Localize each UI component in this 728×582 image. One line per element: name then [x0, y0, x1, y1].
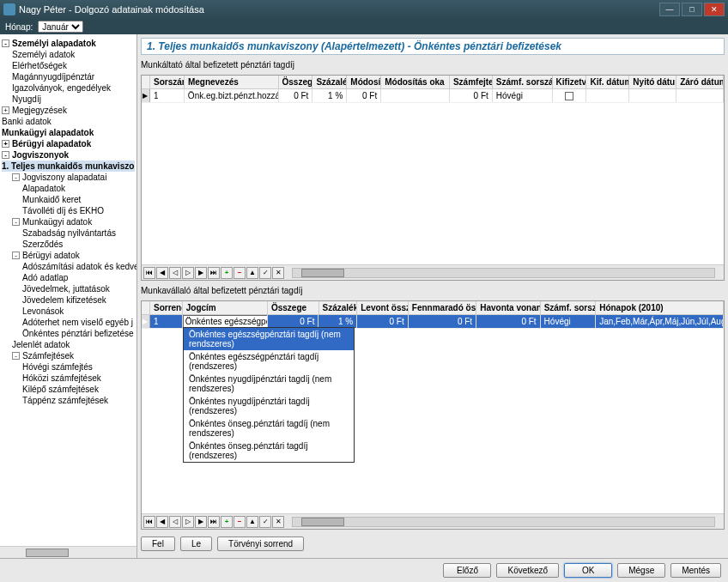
nav-button[interactable]: +: [221, 267, 233, 279]
col-header[interactable]: Jogcím: [183, 301, 268, 314]
cell-sorszam[interactable]: 1: [150, 89, 185, 102]
cell-honapok[interactable]: Jan,Feb,Már,Ápr,Máj,Jún,Júl,Aug,Szep,Okt…: [596, 315, 724, 328]
tree-item[interactable]: +Bérügyi alapadatok: [2, 138, 135, 149]
col-header[interactable]: Fennmaradó összeg: [409, 301, 476, 314]
tree-item[interactable]: Hóvégi számfejtés: [2, 361, 135, 373]
expand-icon[interactable]: +: [2, 140, 9, 148]
nav-button[interactable]: ◁: [169, 516, 181, 528]
cell-zaro[interactable]: [676, 89, 724, 102]
ok-button[interactable]: OK: [564, 563, 612, 578]
col-header[interactable]: Levont összeg: [357, 301, 409, 314]
cell-osszege[interactable]: 0 Ft: [268, 315, 319, 328]
tree-item[interactable]: Nyugdíj: [2, 94, 135, 105]
col-header[interactable]: Módosítás oka: [381, 76, 450, 88]
tree-item[interactable]: Adó adatlap: [2, 272, 135, 283]
cell-levont[interactable]: 0 Ft: [357, 315, 409, 328]
tree-item[interactable]: Munkaügyi alapadatok: [2, 127, 135, 138]
col-header[interactable]: Kifizetve: [553, 76, 587, 88]
dropdown-option[interactable]: Önkéntes egészségpénztári tagdíj (rendsz…: [184, 350, 354, 373]
nav-button[interactable]: ▶: [195, 516, 207, 528]
tree-item[interactable]: -Jogviszony alapadatai: [2, 172, 135, 183]
maximize-button[interactable]: □: [682, 3, 702, 16]
tree-item[interactable]: Banki adatok: [2, 116, 135, 127]
cell-kifdatum[interactable]: [586, 89, 629, 102]
nav-button[interactable]: ◁: [169, 267, 181, 279]
tree-item[interactable]: Elérhetőségek: [2, 60, 135, 71]
cell-szamfsorsz[interactable]: Hóvégi: [493, 89, 553, 102]
nav-button[interactable]: ✓: [259, 267, 271, 279]
tree-item[interactable]: Magánnyugdíjpénztár: [2, 71, 135, 82]
tree-item[interactable]: Levonások: [2, 306, 135, 317]
dropdown-option[interactable]: Önkéntes önseg.pénztári tagdíj (nem rend…: [184, 417, 354, 440]
minimize-button[interactable]: —: [659, 3, 680, 16]
col-header[interactable]: Összeg: [279, 76, 313, 88]
nav-button[interactable]: −: [234, 267, 246, 279]
collapse-icon[interactable]: -: [2, 39, 9, 47]
nav-button[interactable]: ⏮: [143, 516, 155, 528]
tree-item[interactable]: Távolléti díj és EKHO: [2, 205, 135, 216]
col-header[interactable]: Számf. sorszáma: [493, 76, 553, 88]
dropdown-option[interactable]: Önkéntes nyugdíjpénztári tagdíj (nem ren…: [184, 373, 354, 395]
fel-button[interactable]: Fel: [141, 537, 175, 551]
tree-item[interactable]: Jelenlét adatok: [2, 339, 135, 350]
tree-item[interactable]: Szerződés: [2, 239, 135, 250]
col-header[interactable]: Sorszám: [150, 76, 185, 88]
tree-item[interactable]: Jövedelem kifizetések: [2, 294, 135, 306]
col-header[interactable]: Nyitó dátum: [629, 76, 676, 88]
tree-item[interactable]: Munkaidő keret: [2, 194, 135, 205]
tree-item[interactable]: Jövedelmek, juttatások: [2, 283, 135, 294]
cell-szamfejtett[interactable]: 0 Ft: [450, 89, 493, 102]
nav-button[interactable]: ◀: [156, 267, 168, 279]
tree-item[interactable]: Hóközi számfejtések: [2, 373, 135, 384]
nav-button[interactable]: ▷: [182, 516, 194, 528]
collapse-icon[interactable]: -: [12, 352, 20, 360]
col-header[interactable]: Számf. sorszám: [541, 301, 597, 314]
nav-button[interactable]: ⏮: [143, 267, 155, 279]
close-button[interactable]: ✕: [704, 3, 725, 16]
grid-scrollbar[interactable]: [292, 268, 715, 278]
cell-jogcim[interactable]: ▼: [183, 315, 268, 328]
tree-item[interactable]: Személyi adatok: [2, 49, 135, 60]
le-button[interactable]: Le: [180, 537, 212, 551]
nav-button[interactable]: ✓: [259, 516, 271, 528]
nav-button[interactable]: +: [221, 516, 233, 528]
dropdown-option[interactable]: Önkéntes egészségpénztári tagdíj (nem re…: [184, 328, 354, 350]
cell-modok[interactable]: [381, 89, 450, 102]
month-select[interactable]: Január: [38, 21, 83, 33]
col-header[interactable]: Megnevezés: [185, 76, 279, 88]
tree-item[interactable]: -Munkaügyi adatok: [2, 216, 135, 227]
nav-button[interactable]: ▲: [246, 516, 258, 528]
tree-item[interactable]: 1. Teljes munkaidős munkaviszo: [2, 161, 135, 172]
collapse-icon[interactable]: -: [2, 151, 9, 159]
cell-modositas[interactable]: 0 Ft: [347, 89, 381, 102]
expand-icon[interactable]: +: [2, 106, 9, 114]
cell-fennmarado[interactable]: 0 Ft: [409, 315, 476, 328]
tree-item[interactable]: -Jogviszonyok: [2, 149, 135, 161]
cell-nyito[interactable]: [629, 89, 676, 102]
tree-item[interactable]: Igazolványok, engedélyek: [2, 82, 135, 94]
dropdown-option[interactable]: Önkéntes nyugdíjpénztári tagdíj (rendsze…: [184, 395, 354, 417]
tree-scrollbar[interactable]: [0, 546, 136, 558]
cell-osszeg[interactable]: 0 Ft: [279, 89, 313, 102]
nav-button[interactable]: ⏭: [208, 267, 220, 279]
tree-item[interactable]: Alapadatok: [2, 183, 135, 194]
tree-item[interactable]: Kilépő számfejtések: [2, 384, 135, 395]
tree-item[interactable]: Adószámítási adatok és kedve: [2, 261, 135, 272]
col-header[interactable]: Százaléka: [319, 301, 358, 314]
kovetkezo-button[interactable]: Következő: [496, 563, 559, 578]
nav-button[interactable]: ◀: [156, 516, 168, 528]
nav-button[interactable]: ✕: [272, 267, 284, 279]
cell-szazaleka[interactable]: 1 %: [318, 315, 357, 328]
cell-havonta[interactable]: 0 Ft: [476, 315, 540, 328]
torvenyi-button[interactable]: Törvényi sorrend: [217, 537, 304, 551]
col-header[interactable]: Záró dátum: [676, 76, 724, 88]
cell-szamf[interactable]: Hóvégi: [541, 315, 597, 328]
cell-sorrend[interactable]: 1: [150, 315, 183, 328]
nav-button[interactable]: ▲: [246, 267, 258, 279]
tree-item[interactable]: +Megjegyzések: [2, 105, 135, 116]
tree-item[interactable]: -Személyi alapadatok: [2, 38, 135, 49]
cell-megnevezes[interactable]: Önk.eg.bizt.pénzt.hozzájár.nem re: [185, 89, 279, 102]
collapse-icon[interactable]: -: [12, 173, 20, 181]
collapse-icon[interactable]: -: [12, 252, 20, 259]
tree-item[interactable]: -Bérügyi adatok: [2, 250, 135, 261]
